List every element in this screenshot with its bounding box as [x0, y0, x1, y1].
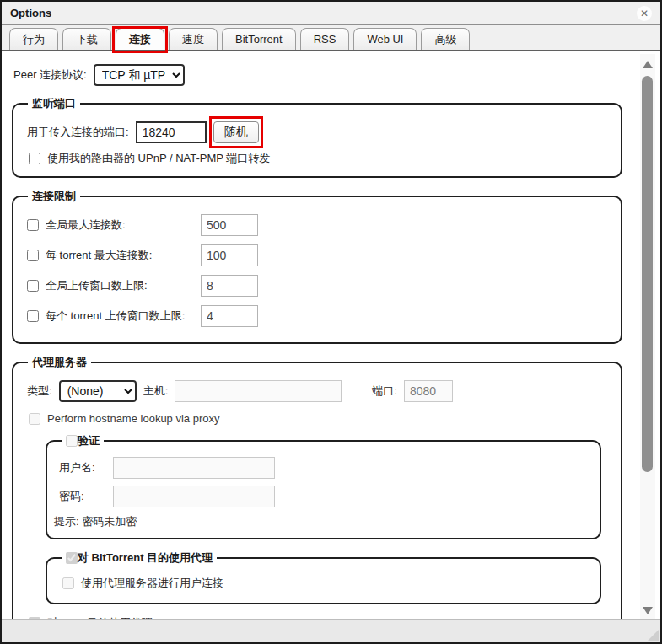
proxy-peer-connections-label: 使用代理服务器进行用户连接 — [81, 576, 223, 591]
per-torrent-max-connections-row: 每 torrent 最大连接数: — [27, 244, 607, 266]
incoming-port-label: 用于传入连接的端口: — [27, 125, 129, 140]
per-torrent-upload-slots-checkbox[interactable] — [27, 310, 39, 322]
proxy-bittorrent-group: 对 BitTorrent 目的使用代理 使用代理服务器进行用户连接 — [46, 550, 601, 604]
random-port-button[interactable]: 随机 — [213, 121, 259, 143]
scroll-down-icon[interactable] — [643, 607, 653, 614]
per-torrent-max-connections-input[interactable] — [201, 244, 258, 266]
scroll-up-icon[interactable] — [643, 61, 653, 68]
proxy-server-legend: 代理服务器 — [28, 355, 91, 370]
proxy-bittorrent-checkbox — [66, 552, 78, 564]
proxy-server-group: 代理服务器 类型: (None) 主机: 端口: Perform hostnam… — [12, 355, 622, 621]
proxy-peer-connections-row: 使用代理服务器进行用户连接 — [62, 576, 586, 591]
upnp-checkbox[interactable] — [29, 153, 40, 164]
proxy-auth-legend: 验证 — [62, 433, 104, 448]
resize-grip-icon[interactable] — [647, 629, 659, 641]
proxy-port-label: 端口: — [372, 384, 397, 399]
proxy-host-input — [175, 380, 342, 402]
global-max-connections-checkbox[interactable] — [27, 219, 39, 231]
proxy-password-row: 密码: — [59, 486, 588, 507]
upnp-label: 使用我的路由器的 UPnP / NAT-PMP 端口转发 — [47, 151, 270, 166]
connection-settings-panel: Peer 连接协议: TCP 和 µTP 监听端口 用于传入连接的端口: 随机 … — [2, 54, 632, 621]
proxy-username-input — [113, 457, 275, 479]
hostname-lookup-label: Perform hostname lookup via proxy — [47, 412, 219, 425]
proxy-password-label: 密码: — [59, 489, 106, 504]
global-max-connections-row: 全局最大连接数: — [27, 214, 607, 236]
connection-limits-group: 连接限制 全局最大连接数: 每 torrent 最大连接数: 全局上传窗口数上限… — [12, 189, 622, 344]
tab-connection[interactable]: 连接 — [116, 28, 164, 50]
per-torrent-upload-slots-input[interactable] — [201, 305, 258, 327]
proxy-port-input — [404, 380, 453, 402]
proxy-bittorrent-legend: 对 BitTorrent 目的使用代理 — [62, 550, 217, 566]
proxy-host-label: 主机: — [143, 384, 169, 399]
tab-webui[interactable]: Web UI — [353, 28, 417, 50]
tab-downloads[interactable]: 下载 — [62, 28, 111, 50]
global-upload-slots-row: 全局上传窗口数上限: — [27, 275, 607, 297]
password-hint: 提示: 密码未加密 — [54, 514, 589, 529]
tab-bittorrent[interactable]: BitTorrent — [222, 28, 296, 50]
incoming-port-input[interactable] — [136, 121, 207, 143]
title-bar: Options ✕ — [2, 2, 660, 25]
tab-rss[interactable]: RSS — [300, 28, 350, 50]
tab-advanced[interactable]: 高级 — [421, 28, 470, 50]
incoming-port-row: 用于传入连接的端口: 随机 — [27, 121, 607, 143]
dialog-title: Options — [10, 7, 51, 19]
proxy-type-select[interactable]: (None) — [59, 380, 137, 402]
hostname-lookup-row: Perform hostname lookup via proxy — [29, 412, 607, 425]
connection-limits-legend: 连接限制 — [28, 189, 80, 204]
bottom-status-bar — [2, 619, 660, 642]
per-torrent-max-connections-checkbox[interactable] — [27, 250, 39, 261]
hostname-lookup-checkbox — [29, 413, 40, 425]
listening-port-legend: 监听端口 — [28, 96, 80, 111]
proxy-type-label: 类型: — [27, 384, 52, 399]
global-max-connections-input[interactable] — [201, 214, 258, 236]
proxy-peer-connections-checkbox — [62, 577, 74, 589]
proxy-password-input — [113, 486, 275, 507]
options-dialog: Options ✕ 行为 下载 连接 速度 BitTorrent RSS Web… — [0, 0, 662, 644]
proxy-type-row: 类型: (None) 主机: 端口: — [27, 380, 607, 402]
global-upload-slots-input[interactable] — [201, 275, 258, 297]
upnp-row: 使用我的路由器的 UPnP / NAT-PMP 端口转发 — [29, 151, 607, 166]
tab-speed[interactable]: 速度 — [169, 28, 218, 50]
peer-protocol-row: Peer 连接协议: TCP 和 µTP — [13, 64, 630, 86]
scrollbar-thumb[interactable] — [642, 76, 653, 472]
proxy-auth-checkbox — [66, 435, 78, 447]
vertical-scrollbar[interactable] — [640, 54, 655, 621]
peer-protocol-label: Peer 连接协议: — [13, 67, 87, 83]
listening-port-group: 监听端口 用于传入连接的端口: 随机 使用我的路由器的 UPnP / NAT-P… — [12, 96, 622, 178]
close-icon[interactable]: ✕ — [637, 6, 652, 21]
per-torrent-upload-slots-row: 每个 torrent 上传窗口数上限: — [27, 305, 607, 327]
global-upload-slots-checkbox[interactable] — [27, 280, 39, 292]
peer-protocol-select[interactable]: TCP 和 µTP — [94, 64, 185, 86]
proxy-username-label: 用户名: — [59, 460, 106, 475]
proxy-auth-group: 验证 用户名: 密码: 提示: 密码未加密 — [46, 433, 601, 539]
proxy-username-row: 用户名: — [59, 457, 588, 479]
tab-behavior[interactable]: 行为 — [9, 28, 58, 50]
tab-bar: 行为 下载 连接 速度 BitTorrent RSS Web UI 高级 — [2, 25, 660, 51]
